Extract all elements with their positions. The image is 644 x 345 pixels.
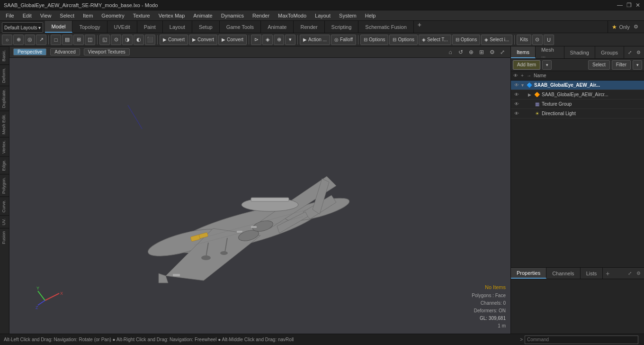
filter-dropdown[interactable]: ▾ xyxy=(633,60,642,70)
list-item[interactable]: 👁 ▶ ▦ Texture Group xyxy=(511,100,644,109)
menu-texture[interactable]: Texture xyxy=(129,12,154,19)
only-label[interactable]: Only xyxy=(619,24,630,30)
toolbar-icon-11[interactable]: ◑ xyxy=(122,35,133,45)
perspective-button[interactable]: Perspective xyxy=(13,48,46,55)
menu-dynamics[interactable]: Dynamics xyxy=(217,12,248,19)
toolbar-icon-5[interactable]: □ xyxy=(51,35,61,45)
bpanel-icon-settings[interactable]: ⚙ xyxy=(635,270,642,277)
rpanel-tab-groups[interactable]: Groups xyxy=(595,46,624,58)
bpanel-tab-channels[interactable]: Channels xyxy=(546,268,580,279)
kits-button[interactable]: Kits xyxy=(517,35,531,45)
add-tab-button[interactable]: + xyxy=(414,21,425,33)
menu-vertexmap[interactable]: Vertex Map xyxy=(155,12,189,19)
toolbar-icon-18[interactable]: U xyxy=(544,35,554,45)
sidebar-tab-meshedit[interactable]: Mesh Edit. xyxy=(0,111,9,137)
menu-help[interactable]: Help xyxy=(361,12,380,19)
select-button[interactable]: ◈ Select i... xyxy=(481,35,512,45)
viewport-icon-settings[interactable]: ⚙ xyxy=(488,48,496,56)
menu-edit[interactable]: Edit xyxy=(19,12,36,19)
sidebar-tab-basic[interactable]: Basic. xyxy=(0,46,9,64)
convert-button-2[interactable]: ▶ Convert xyxy=(189,35,217,45)
viewport-textures-button[interactable]: Viewport Textures xyxy=(84,48,130,55)
viewport-3d[interactable]: X Y Z No Items Polygons : Face Channels:… xyxy=(9,58,510,334)
toolbar-icon-14[interactable]: ⊳ xyxy=(251,35,261,45)
maximize-button[interactable]: ❐ xyxy=(626,2,632,9)
tab-schematic[interactable]: Schematic Fusion xyxy=(358,21,413,33)
toolbar-icon-16[interactable]: ⊕ xyxy=(274,35,284,45)
toolbar-icon-7[interactable]: ⊞ xyxy=(73,35,84,45)
falloff-button[interactable]: ◎ Falloff xyxy=(331,35,356,45)
rpanel-icon-lock[interactable]: ⤢ xyxy=(626,49,634,56)
col-arrow-icon[interactable]: → xyxy=(526,72,532,80)
list-item[interactable]: 👁 ▼ 🔷 SAAB_GlobalEye_AEW_Air... xyxy=(511,81,644,90)
row-eye-icon[interactable]: 👁 xyxy=(513,91,520,99)
sidebar-tab-edge[interactable]: Edge. xyxy=(0,156,9,174)
col-eye-icon[interactable]: 👁 xyxy=(513,72,519,80)
menu-render[interactable]: Render xyxy=(249,12,273,19)
convert-button-1[interactable]: ▶ Convert xyxy=(160,35,188,45)
viewport-icon-home[interactable]: ⌂ xyxy=(446,48,455,56)
add-item-button[interactable]: Add Item xyxy=(513,60,540,70)
tab-scripting[interactable]: Scripting xyxy=(325,21,359,33)
tab-layout[interactable]: Layout xyxy=(163,21,192,33)
sidebar-tab-duplicate[interactable]: Duplicate. xyxy=(0,86,9,111)
row-eye-icon[interactable]: 👁 xyxy=(513,100,520,108)
tab-model[interactable]: Model xyxy=(45,21,73,33)
menu-view[interactable]: View xyxy=(36,12,55,19)
menu-layout[interactable]: Layout xyxy=(311,12,334,19)
row-expand-icon[interactable]: ▶ xyxy=(528,92,534,97)
select-t-button[interactable]: ◈ Select T... xyxy=(419,35,451,45)
bpanel-tab-properties[interactable]: Properties xyxy=(511,268,546,279)
toolbar-icon-10[interactable]: ⊙ xyxy=(111,35,121,45)
add-item-dropdown[interactable]: ▾ xyxy=(542,60,552,70)
toolbar-icon-4[interactable]: ↗ xyxy=(36,35,46,45)
toolbar-icon-15[interactable]: ◈ xyxy=(262,35,273,45)
viewport-icon-lock[interactable]: ⤢ xyxy=(498,48,507,56)
minimize-button[interactable]: — xyxy=(617,2,623,9)
row-expand-icon[interactable]: ▶ xyxy=(528,111,534,116)
toolbar-icon-dropdown[interactable]: ▾ xyxy=(285,35,295,45)
toolbar-icon-8[interactable]: ◫ xyxy=(85,35,95,45)
viewport-icon-grid[interactable]: ⊞ xyxy=(477,48,486,56)
toolbar-icon-2[interactable]: ⊕ xyxy=(13,35,24,45)
rpanel-tab-items[interactable]: Items xyxy=(511,46,536,58)
list-item[interactable]: 👁 ▶ 🔶 SAAB_GlobalEye_AEW_Aircr... xyxy=(511,90,644,100)
list-item[interactable]: 👁 ▶ ☀ Directional Light xyxy=(511,109,644,118)
command-input[interactable] xyxy=(525,336,638,344)
toolbar-icon-12[interactable]: ◐ xyxy=(134,35,144,45)
options-button-2[interactable]: ⊟ Options xyxy=(389,35,417,45)
toolbar-icon-13[interactable]: ⬛ xyxy=(145,35,155,45)
gear-icon[interactable]: ⚙ xyxy=(632,23,640,31)
select-button[interactable]: Select xyxy=(588,60,610,70)
tab-animate[interactable]: Animate xyxy=(261,21,294,33)
menu-geometry[interactable]: Geometry xyxy=(98,12,128,19)
row-eye-icon[interactable]: 👁 xyxy=(513,82,520,89)
toolbar-icon-3[interactable]: ◎ xyxy=(25,35,35,45)
tab-paint[interactable]: Paint xyxy=(137,21,163,33)
row-eye-icon[interactable]: 👁 xyxy=(513,110,520,118)
menu-select[interactable]: Select xyxy=(56,12,78,19)
sidebar-tab-fusion[interactable]: Fusion xyxy=(0,228,9,247)
toolbar-icon-17[interactable]: ⊙ xyxy=(532,35,543,45)
options-button-1[interactable]: ⊟ Options xyxy=(360,35,388,45)
tab-setup[interactable]: Setup xyxy=(192,21,220,33)
toolbar-icon-1[interactable]: ○ xyxy=(2,35,12,45)
toolbar-icon-6[interactable]: ▤ xyxy=(62,35,72,45)
menu-animate[interactable]: Animate xyxy=(189,12,216,19)
items-list[interactable]: 👁 ▼ 🔷 SAAB_GlobalEye_AEW_Air... 👁 ▶ 🔶 SA… xyxy=(511,81,644,267)
menu-maxtomodo[interactable]: MaxToModo xyxy=(274,12,310,19)
sidebar-tab-vertex[interactable]: Vertex. xyxy=(0,137,9,156)
rpanel-tab-mesh[interactable]: Mesh ... xyxy=(536,46,564,58)
row-expand-icon[interactable]: ▶ xyxy=(528,102,534,107)
tab-uvedit[interactable]: UVEdit xyxy=(107,21,137,33)
rpanel-icon-settings[interactable]: ⚙ xyxy=(635,49,642,56)
bpanel-icon-lock[interactable]: ⤢ xyxy=(626,270,634,277)
action-button[interactable]: ▶ Action ... xyxy=(300,35,330,45)
viewport-icon-refresh[interactable]: ↺ xyxy=(456,48,465,56)
menu-system[interactable]: System xyxy=(335,12,360,19)
viewport-icon-zoom[interactable]: ⊕ xyxy=(467,48,475,56)
tab-topology[interactable]: Topology xyxy=(72,21,107,33)
convert-button-3[interactable]: ▶ Convert xyxy=(218,35,247,45)
filter-button[interactable]: Filter xyxy=(612,60,631,70)
rpanel-tab-shading[interactable]: Shading xyxy=(564,46,595,58)
